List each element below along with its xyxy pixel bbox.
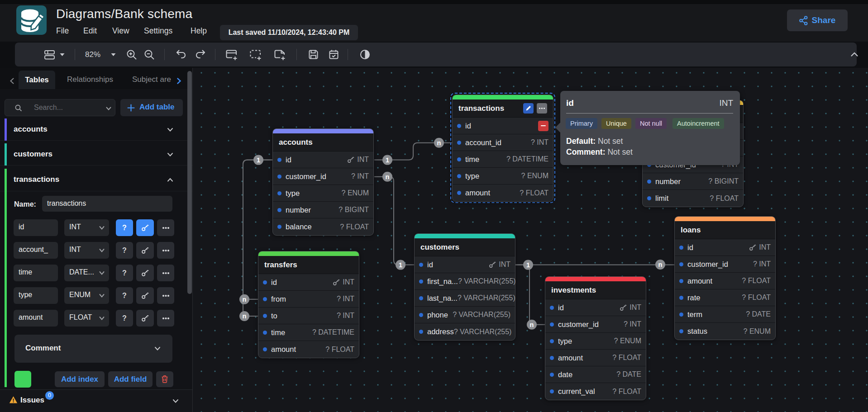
svg-text:n: n <box>437 139 441 147</box>
svg-text:1: 1 <box>257 156 260 164</box>
svg-text:n: n <box>243 296 247 303</box>
svg-text:n: n <box>386 173 390 180</box>
svg-text:1: 1 <box>399 261 402 269</box>
svg-text:n: n <box>658 261 663 268</box>
svg-text:n: n <box>530 321 534 328</box>
svg-text:1: 1 <box>386 156 389 164</box>
svg-text:n: n <box>243 313 247 320</box>
svg-text:1: 1 <box>526 261 530 269</box>
